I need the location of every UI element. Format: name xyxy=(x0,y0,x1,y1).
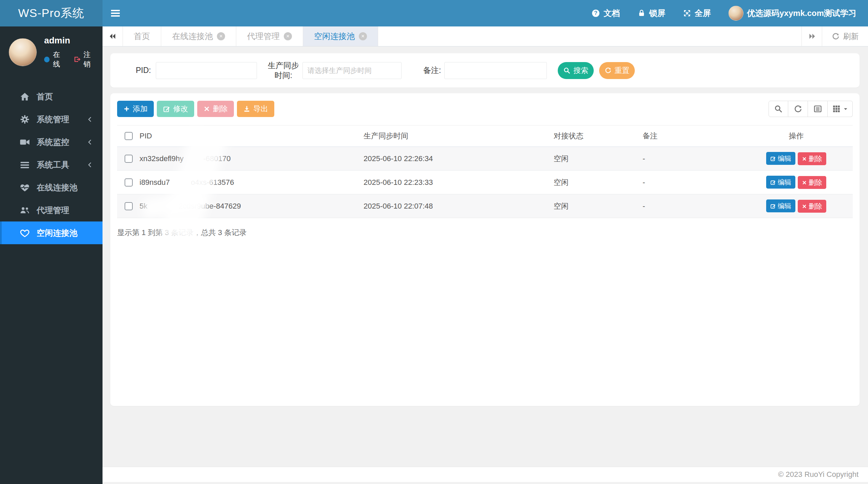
sidebar-item-online-pool[interactable]: 在线连接池 xyxy=(0,176,103,199)
table-row: xn32sdefl9hy-680170 2025-06-10 22:26:34 … xyxy=(117,147,853,171)
tab-online-pool[interactable]: 在线连接池 × xyxy=(161,26,236,46)
reset-button[interactable]: 重置 xyxy=(599,62,635,79)
card-view-button[interactable] xyxy=(808,101,828,117)
table-refresh-button[interactable] xyxy=(788,101,808,117)
sidebar-item-home[interactable]: 首页 xyxy=(0,85,103,108)
row-delete-button[interactable]: 删除 xyxy=(798,152,826,165)
row-delete-button[interactable]: 删除 xyxy=(798,176,826,189)
row-checkbox[interactable] xyxy=(125,202,133,210)
pid-cell: 5k2cdsr9ube-847629 xyxy=(136,194,360,218)
sync-time-label: 生产同步时间: xyxy=(266,61,301,80)
sidebar: admin 在线 注销 首页 系统管理 xyxy=(0,26,103,484)
sidebar-item-idle-pool[interactable]: 空闲连接池 xyxy=(0,221,103,244)
tab-home[interactable]: 首页 xyxy=(123,26,161,46)
x-icon xyxy=(802,180,807,185)
delete-button[interactable]: 删除 xyxy=(197,101,234,117)
search-icon xyxy=(563,67,571,74)
grid-icon xyxy=(832,104,841,113)
remark-input[interactable] xyxy=(444,62,547,79)
sidebar-toggle-button[interactable] xyxy=(103,0,128,26)
list-bars-icon xyxy=(20,160,31,170)
x-icon xyxy=(203,105,210,112)
edit-button[interactable]: 修改 xyxy=(157,101,194,117)
tab-idle-pool[interactable]: 空闲连接池 × xyxy=(303,26,378,46)
time-cell: 2025-06-10 22:07:48 xyxy=(360,194,550,218)
lock-icon xyxy=(638,9,646,17)
sidebar-item-proxy-management[interactable]: 代理管理 xyxy=(0,199,103,221)
select-all-checkbox[interactable] xyxy=(125,132,133,140)
column-header-remark: 备注 xyxy=(639,125,740,147)
tabs-scroll-right-button[interactable] xyxy=(801,26,822,46)
pid-input[interactable] xyxy=(156,62,257,79)
chevron-left-icon xyxy=(86,161,94,169)
sidebar-item-system-management[interactable]: 系统管理 xyxy=(0,108,103,131)
add-button[interactable]: 添加 xyxy=(117,101,154,117)
online-status-dot xyxy=(44,57,50,62)
row-edit-button[interactable]: 编辑 xyxy=(766,199,795,212)
user-menu[interactable]: 优选源码yxymk.com测试学习 xyxy=(720,0,868,26)
row-edit-button[interactable]: 编辑 xyxy=(766,176,795,189)
close-icon[interactable]: × xyxy=(359,32,367,40)
status-cell: 空闲 xyxy=(550,171,639,194)
column-header-pid: PID xyxy=(136,125,360,147)
sign-out-icon xyxy=(73,56,81,63)
online-status-label: 在线 xyxy=(53,50,67,69)
search-button[interactable]: 搜索 xyxy=(558,62,594,79)
fullscreen-button[interactable]: 全屏 xyxy=(674,0,720,26)
search-icon xyxy=(774,104,783,113)
redacted-segment xyxy=(170,181,191,185)
time-cell: 2025-06-10 22:26:34 xyxy=(360,147,550,171)
lock-screen-button[interactable]: 锁屏 xyxy=(629,0,674,26)
sidebar-avatar xyxy=(9,38,37,66)
pencil-square-icon xyxy=(770,156,776,161)
x-icon xyxy=(802,156,807,161)
columns-dropdown-button[interactable] xyxy=(828,101,853,117)
reset-refresh-icon xyxy=(605,67,612,74)
sidebar-user-panel: admin 在线 注销 xyxy=(0,26,103,78)
close-icon[interactable]: × xyxy=(284,32,292,40)
row-edit-button[interactable]: 编辑 xyxy=(766,152,795,165)
heart-outline-icon xyxy=(20,228,31,238)
heartbeat-icon xyxy=(20,182,31,193)
pencil-square-icon xyxy=(163,105,170,113)
pagination-summary: 显示第 1 到第 3 条记录，总共 3 条记录 xyxy=(117,228,853,238)
remark-cell: - xyxy=(639,171,740,194)
tab-proxy-management[interactable]: 代理管理 × xyxy=(236,26,303,46)
x-icon xyxy=(802,204,807,209)
logout-button[interactable]: 注销 xyxy=(73,50,96,69)
row-checkbox[interactable] xyxy=(125,178,133,187)
export-button[interactable]: 导出 xyxy=(237,101,274,117)
tabs-scroll-left-button[interactable] xyxy=(103,26,123,46)
row-checkbox[interactable] xyxy=(125,155,133,163)
table-search-toggle-button[interactable] xyxy=(769,101,788,117)
video-camera-icon xyxy=(20,137,31,147)
expand-arrows-icon xyxy=(683,9,691,17)
pencil-square-icon xyxy=(770,179,776,185)
status-cell: 空闲 xyxy=(550,147,639,171)
question-circle-icon: ? xyxy=(591,9,600,18)
search-form-panel: PID: 生产同步时间: 备注: 搜索 重置 xyxy=(110,53,860,88)
pid-cell: xn32sdefl9hy-680170 xyxy=(136,147,360,171)
download-icon xyxy=(243,105,251,113)
page-footer: © 2023 RuoYi Copyright xyxy=(103,467,868,482)
chevron-left-icon xyxy=(86,116,94,123)
top-navbar: WS-Pro系统 ? 文档 锁屏 全屏 优选源码yxymk.com测试学习 xyxy=(0,0,868,26)
tab-refresh-button[interactable]: 刷新 xyxy=(822,26,868,46)
row-delete-button[interactable]: 删除 xyxy=(798,200,826,213)
sync-time-input[interactable] xyxy=(302,62,402,79)
hamburger-icon xyxy=(111,8,120,18)
username-label: 优选源码yxymk.com测试学习 xyxy=(747,8,856,19)
svg-text:?: ? xyxy=(594,10,597,16)
copyright-text: © 2023 RuoYi Copyright xyxy=(778,470,858,479)
content: PID: 生产同步时间: 备注: 搜索 重置 xyxy=(103,46,868,406)
table-panel: 添加 修改 删除 导出 xyxy=(110,93,860,406)
plus-icon xyxy=(123,105,130,112)
user-avatar xyxy=(728,6,743,21)
tab-bar: 首页 在线连接池 × 代理管理 × 空闲连接池 × 刷新 xyxy=(103,26,868,46)
sidebar-item-system-monitor[interactable]: 系统监控 xyxy=(0,131,103,153)
refresh-icon xyxy=(832,32,840,40)
list-alt-icon xyxy=(813,104,822,113)
docs-link[interactable]: ? 文档 xyxy=(583,0,629,26)
sidebar-item-system-tools[interactable]: 系统工具 xyxy=(0,153,103,176)
close-icon[interactable]: × xyxy=(217,32,225,40)
